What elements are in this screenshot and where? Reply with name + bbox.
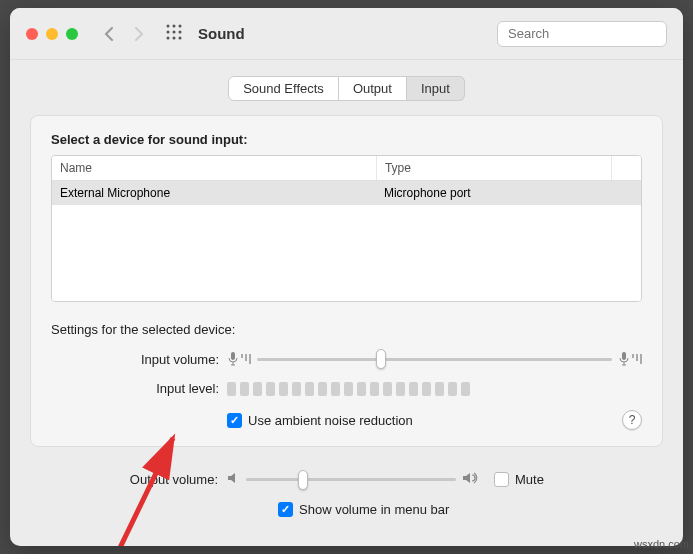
forward-button[interactable] [134,27,144,41]
select-device-label: Select a device for sound input: [51,132,642,147]
speaker-high-icon [462,471,480,488]
ambient-label: Use ambient noise reduction [248,413,413,428]
show-all-icon[interactable] [166,24,182,44]
device-type: Microphone port [376,181,611,205]
mic-low-icon [227,351,251,367]
svg-point-8 [179,36,182,39]
search-field[interactable] [497,21,667,47]
mute-label: Mute [515,472,544,487]
tab-sound-effects[interactable]: Sound Effects [228,76,339,101]
tab-output[interactable]: Output [339,76,407,101]
slider-thumb[interactable] [376,349,386,369]
svg-point-0 [167,24,170,27]
help-button[interactable]: ? [622,410,642,430]
show-volume-menu-label: Show volume in menu bar [299,502,449,517]
back-button[interactable] [104,27,114,41]
watermark: wsxdn.com [634,538,689,550]
tab-input[interactable]: Input [407,76,465,101]
svg-rect-11 [231,352,235,360]
svg-rect-12 [622,352,626,360]
table-empty-area [52,205,641,301]
device-table: Name Type External Microphone Microphone… [51,155,642,302]
input-level-row: Input level: [51,381,642,396]
search-input[interactable] [508,26,676,41]
table-header: Name Type [52,156,641,181]
minimize-button[interactable] [46,28,58,40]
output-volume-label: Output volume: [70,472,226,487]
column-type[interactable]: Type [376,156,611,180]
footer-area: Output volume: Mute Show volume in menu … [30,447,663,527]
table-row[interactable]: External Microphone Microphone port [52,181,641,205]
window-controls [26,28,78,40]
content-area: Sound Effects Output Input Select a devi… [10,60,683,539]
input-panel: Select a device for sound input: Name Ty… [30,115,663,447]
titlebar: Sound [10,8,683,60]
mute-checkbox[interactable] [494,472,509,487]
svg-point-7 [173,36,176,39]
close-button[interactable] [26,28,38,40]
ambient-row: Use ambient noise reduction ? [51,410,642,430]
svg-point-6 [167,36,170,39]
column-spacer [611,156,641,180]
svg-point-4 [173,30,176,33]
settings-label: Settings for the selected device: [51,322,642,337]
input-level-meter [227,382,470,396]
output-volume-row: Output volume: Mute [70,471,623,488]
slider-thumb[interactable] [298,470,308,490]
preferences-window: Sound Sound Effects Output Input Select … [10,8,683,546]
input-volume-row: Input volume: [51,351,642,367]
input-volume-label: Input volume: [51,352,227,367]
output-volume-slider[interactable] [246,478,456,481]
tab-bar: Sound Effects Output Input [30,76,663,101]
window-title: Sound [198,25,245,42]
svg-point-3 [167,30,170,33]
input-level-label: Input level: [51,381,227,396]
device-name: External Microphone [52,181,376,205]
show-volume-menu-checkbox[interactable] [278,502,293,517]
mic-high-icon [618,351,642,367]
svg-point-1 [173,24,176,27]
maximize-button[interactable] [66,28,78,40]
ambient-checkbox[interactable] [227,413,242,428]
column-name[interactable]: Name [52,156,376,180]
svg-point-5 [179,30,182,33]
show-menu-row: Show volume in menu bar [70,502,623,517]
input-volume-slider[interactable] [257,358,612,361]
svg-point-2 [179,24,182,27]
speaker-low-icon [226,471,240,488]
nav-buttons [104,27,144,41]
